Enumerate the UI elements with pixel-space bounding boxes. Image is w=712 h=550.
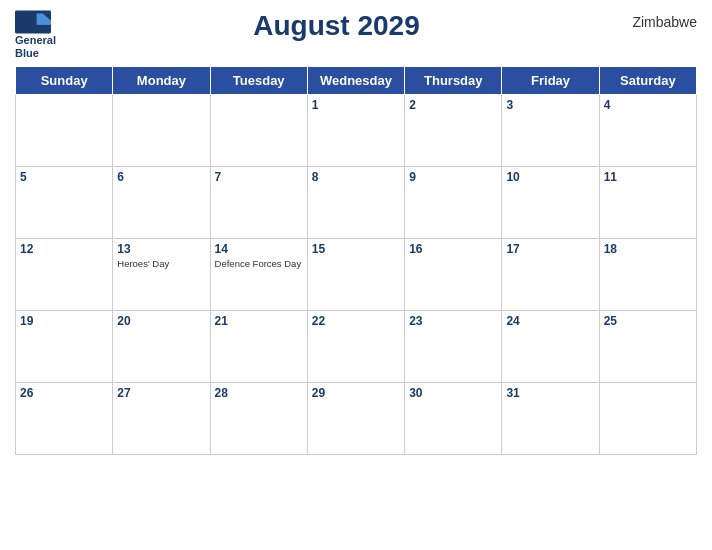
col-thursday: Thursday [405, 67, 502, 95]
day-number: 12 [20, 242, 108, 256]
day-cell-2-0: 12 [16, 239, 113, 311]
day-number: 27 [117, 386, 205, 400]
holiday-label: Heroes' Day [117, 258, 205, 270]
week-row-3: 1213Heroes' Day14Defence Forces Day15161… [16, 239, 697, 311]
col-tuesday: Tuesday [210, 67, 307, 95]
col-saturday: Saturday [599, 67, 696, 95]
day-number: 24 [506, 314, 594, 328]
day-cell-4-5: 31 [502, 383, 599, 455]
day-cell-1-3: 8 [307, 167, 404, 239]
week-row-4: 19202122232425 [16, 311, 697, 383]
day-cell-4-4: 30 [405, 383, 502, 455]
day-number: 14 [215, 242, 303, 256]
day-cell-3-5: 24 [502, 311, 599, 383]
calendar-page: General Blue August 2029 Zimbabwe Sunday… [0, 0, 712, 550]
day-number: 11 [604, 170, 692, 184]
day-number: 2 [409, 98, 497, 112]
day-cell-0-0 [16, 95, 113, 167]
day-cell-3-2: 21 [210, 311, 307, 383]
day-number: 26 [20, 386, 108, 400]
day-cell-1-0: 5 [16, 167, 113, 239]
day-number: 25 [604, 314, 692, 328]
day-cell-3-0: 19 [16, 311, 113, 383]
day-number: 13 [117, 242, 205, 256]
day-number: 10 [506, 170, 594, 184]
day-cell-4-3: 29 [307, 383, 404, 455]
day-cell-4-0: 26 [16, 383, 113, 455]
day-cell-0-1 [113, 95, 210, 167]
day-cell-2-1: 13Heroes' Day [113, 239, 210, 311]
day-cell-4-2: 28 [210, 383, 307, 455]
generalblue-logo-icon [15, 10, 51, 34]
day-number: 28 [215, 386, 303, 400]
day-cell-0-5: 3 [502, 95, 599, 167]
day-number: 15 [312, 242, 400, 256]
day-cell-2-5: 17 [502, 239, 599, 311]
day-number: 7 [215, 170, 303, 184]
day-number: 30 [409, 386, 497, 400]
day-cell-4-1: 27 [113, 383, 210, 455]
day-number: 31 [506, 386, 594, 400]
day-number: 29 [312, 386, 400, 400]
day-number: 23 [409, 314, 497, 328]
col-sunday: Sunday [16, 67, 113, 95]
day-cell-3-3: 22 [307, 311, 404, 383]
day-cell-1-1: 6 [113, 167, 210, 239]
day-cell-2-6: 18 [599, 239, 696, 311]
day-number: 5 [20, 170, 108, 184]
country-label: Zimbabwe [617, 10, 697, 30]
day-cell-1-6: 11 [599, 167, 696, 239]
day-cell-3-1: 20 [113, 311, 210, 383]
day-cell-4-6 [599, 383, 696, 455]
day-number: 4 [604, 98, 692, 112]
day-number: 21 [215, 314, 303, 328]
day-cell-2-2: 14Defence Forces Day [210, 239, 307, 311]
day-number: 17 [506, 242, 594, 256]
col-monday: Monday [113, 67, 210, 95]
day-number: 8 [312, 170, 400, 184]
logo-text: General Blue [15, 34, 56, 60]
day-cell-1-5: 10 [502, 167, 599, 239]
day-cell-3-4: 23 [405, 311, 502, 383]
logo: General Blue [15, 10, 56, 60]
col-wednesday: Wednesday [307, 67, 404, 95]
day-cell-3-6: 25 [599, 311, 696, 383]
day-number: 6 [117, 170, 205, 184]
day-number: 18 [604, 242, 692, 256]
day-number: 20 [117, 314, 205, 328]
day-cell-1-2: 7 [210, 167, 307, 239]
day-number: 3 [506, 98, 594, 112]
day-number: 1 [312, 98, 400, 112]
calendar-table: Sunday Monday Tuesday Wednesday Thursday… [15, 66, 697, 455]
week-row-5: 262728293031 [16, 383, 697, 455]
day-number: 22 [312, 314, 400, 328]
holiday-label: Defence Forces Day [215, 258, 303, 270]
day-number: 19 [20, 314, 108, 328]
day-cell-2-4: 16 [405, 239, 502, 311]
day-cell-0-4: 2 [405, 95, 502, 167]
day-number: 9 [409, 170, 497, 184]
day-cell-0-2 [210, 95, 307, 167]
day-cell-1-4: 9 [405, 167, 502, 239]
calendar-title-area: August 2029 [56, 10, 617, 42]
col-friday: Friday [502, 67, 599, 95]
day-cell-0-3: 1 [307, 95, 404, 167]
calendar-header: General Blue August 2029 Zimbabwe [15, 10, 697, 60]
week-row-1: 1234 [16, 95, 697, 167]
week-row-2: 567891011 [16, 167, 697, 239]
weekday-header-row: Sunday Monday Tuesday Wednesday Thursday… [16, 67, 697, 95]
day-cell-2-3: 15 [307, 239, 404, 311]
day-number: 16 [409, 242, 497, 256]
day-cell-0-6: 4 [599, 95, 696, 167]
calendar-title: August 2029 [56, 10, 617, 42]
